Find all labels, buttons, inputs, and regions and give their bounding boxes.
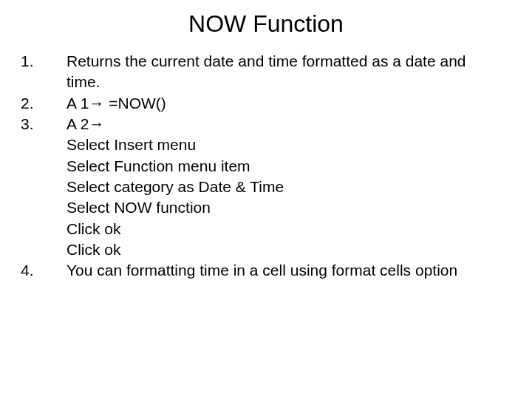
sub-step: Select category as Date & Time — [21, 177, 502, 197]
list-item: 4. You can formatting time in a cell usi… — [21, 260, 502, 281]
list-number: 1. — [21, 51, 66, 72]
list-text: A 1→ =NOW() — [66, 93, 502, 114]
sub-step: Select Function menu item — [21, 156, 502, 177]
sub-step: Select Insert menu — [21, 134, 502, 155]
list-text: A 2→ — [66, 114, 502, 134]
sub-step: Select NOW function — [21, 197, 502, 218]
list-item: 3. A 2→ — [21, 114, 502, 134]
sub-step: Click ok — [21, 239, 502, 260]
list-item: 1. Returns the current date and time for… — [21, 51, 502, 93]
list-item: 2. A 1→ =NOW() — [21, 93, 502, 114]
list-number: 2. — [21, 93, 66, 114]
sub-step: Click ok — [21, 219, 502, 239]
list-number: 3. — [21, 114, 66, 134]
page-title: NOW Function — [0, 0, 532, 51]
list-text: You can formatting time in a cell using … — [66, 260, 502, 281]
list-number: 4. — [21, 260, 66, 281]
content-area: 1. Returns the current date and time for… — [0, 51, 532, 282]
list-text: Returns the current date and time format… — [66, 51, 502, 93]
